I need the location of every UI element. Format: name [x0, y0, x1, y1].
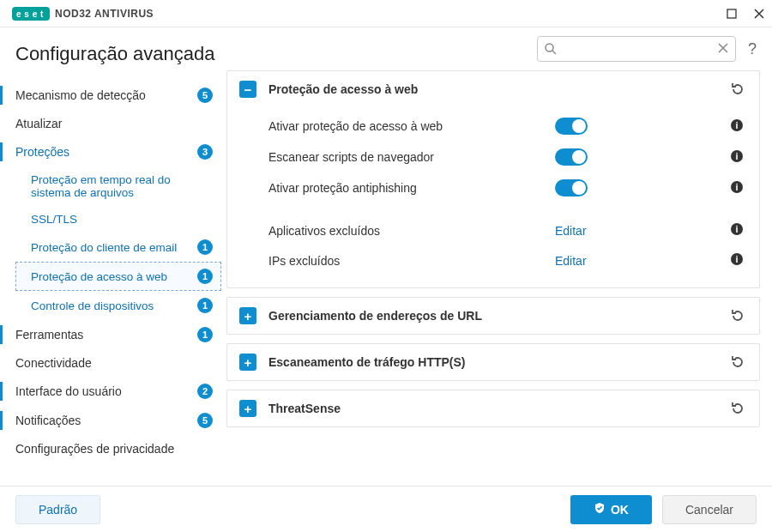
row-label: Ativar proteção antiphishing: [268, 181, 555, 195]
svg-text:e s e t: e s e t: [16, 9, 44, 19]
revert-icon[interactable]: [728, 80, 747, 99]
product-name: NOD32 ANTIVIRUS: [55, 8, 154, 20]
svg-text:i: i: [735, 182, 738, 192]
search-icon: [544, 42, 558, 59]
panel-body: Ativar proteção de acesso à web i Escane…: [227, 107, 759, 287]
main-content: ? − Proteção de acesso à web Ativar prot…: [221, 27, 772, 486]
info-icon[interactable]: i: [730, 222, 744, 239]
sidebar-item-label: Conectividade: [15, 356, 213, 370]
section-url-management[interactable]: + Gerenciamento de endereços de URL: [226, 297, 760, 335]
brand: e s e t NOD32 ANTIVIRUS: [12, 7, 154, 21]
section-title: ThreatSense: [268, 402, 728, 415]
sidebar-item-ssl-tls[interactable]: SSL/TLS: [15, 206, 221, 233]
expand-icon[interactable]: +: [239, 307, 256, 324]
clear-search-icon[interactable]: [717, 42, 729, 57]
toggle-enable-web-access[interactable]: [555, 118, 588, 135]
sidebar-item-tools[interactable]: Ferramentas 1: [0, 320, 221, 349]
sidebar-item-web-access[interactable]: Proteção de acesso à web 1: [15, 262, 221, 291]
expand-icon[interactable]: +: [239, 400, 256, 417]
row-enable-antiphishing: Ativar proteção antiphishing i: [268, 172, 747, 203]
window-buttons: [726, 8, 765, 20]
panel-header: − Proteção de acesso à web: [227, 71, 759, 107]
sidebar-badge: 1: [197, 239, 213, 255]
default-button[interactable]: Padrão: [15, 495, 100, 524]
cancel-button[interactable]: Cancelar: [662, 495, 757, 524]
panel-web-access: − Proteção de acesso à web Ativar proteç…: [226, 70, 760, 288]
button-label: Padrão: [39, 503, 77, 517]
ok-button[interactable]: OK: [570, 495, 652, 524]
revert-icon[interactable]: [728, 399, 747, 418]
sidebar-item-label: Proteções: [15, 145, 192, 159]
sidebar-item-connectivity[interactable]: Conectividade: [0, 349, 221, 377]
sidebar-badge: 1: [197, 298, 213, 313]
sidebar-item-label: SSL/TLS: [31, 213, 213, 226]
sidebar-item-label: Configurações de privacidade: [15, 442, 213, 456]
section-title: Gerenciamento de endereços de URL: [268, 309, 728, 323]
sidebar-badge: 1: [197, 327, 213, 342]
sidebar-item-email-client[interactable]: Proteção do cliente de email 1: [15, 233, 221, 262]
sidebar-protections-children: Proteção em tempo real do sistema de arq…: [0, 166, 221, 320]
help-icon[interactable]: ?: [745, 39, 760, 60]
toggle-enable-antiphishing[interactable]: [555, 179, 588, 196]
sidebar-badge: 5: [197, 413, 213, 428]
search-input[interactable]: [537, 36, 736, 62]
sidebar-item-label: Proteção do cliente de email: [31, 241, 192, 254]
sidebar-item-realtime-fs[interactable]: Proteção em tempo real do sistema de arq…: [15, 166, 221, 206]
row-label: IPs excluídos: [268, 254, 555, 268]
sidebar-badge: 1: [197, 269, 213, 284]
topbar: ?: [226, 36, 760, 62]
sidebar: Configuração avançada Mecanismo de detec…: [0, 27, 221, 486]
sidebar-item-protections[interactable]: Proteções 3: [0, 137, 221, 166]
search-box: [537, 36, 736, 62]
sidebar-item-label: Mecanismo de detecção: [15, 88, 192, 102]
sidebar-item-label: Controle de dispositivos: [31, 299, 192, 312]
row-excluded-ips: IPs excluídos Editar i: [268, 245, 747, 275]
section-threatsense[interactable]: + ThreatSense: [226, 390, 760, 427]
revert-icon[interactable]: [728, 353, 747, 372]
row-scan-browser-scripts: Escanear scripts de navegador i: [268, 142, 747, 172]
sidebar-badge: 3: [197, 144, 213, 160]
panel-title: Proteção de acesso à web: [268, 82, 728, 96]
titlebar: e s e t NOD32 ANTIVIRUS: [0, 0, 772, 27]
sidebar-badge: 2: [197, 384, 213, 399]
info-icon[interactable]: i: [730, 252, 744, 269]
page-title: Configuração avançada: [0, 39, 221, 81]
sidebar-item-privacy[interactable]: Configurações de privacidade: [0, 435, 221, 462]
collapse-icon[interactable]: −: [239, 81, 256, 98]
close-icon[interactable]: [753, 8, 765, 20]
revert-icon[interactable]: [728, 306, 747, 325]
info-icon[interactable]: i: [730, 149, 744, 166]
svg-text:i: i: [735, 151, 738, 161]
sidebar-item-label: Proteção em tempo real do sistema de arq…: [31, 173, 213, 199]
sidebar-item-label: Notificações: [15, 414, 192, 427]
svg-rect-2: [727, 9, 736, 18]
sidebar-item-device-control[interactable]: Controle de dispositivos 1: [15, 291, 221, 320]
row-label: Ativar proteção de acesso à web: [268, 119, 555, 133]
sidebar-item-update[interactable]: Atualizar: [0, 110, 221, 137]
sidebar-item-label: Atualizar: [15, 117, 213, 130]
edit-excluded-apps-link[interactable]: Editar: [555, 224, 587, 238]
info-icon[interactable]: i: [730, 118, 744, 135]
info-icon[interactable]: i: [730, 180, 744, 196]
sidebar-item-label: Proteção de acesso à web: [31, 270, 192, 283]
section-http-scanning[interactable]: + Escaneamento de tráfego HTTP(S): [226, 343, 760, 381]
expand-icon[interactable]: +: [239, 354, 256, 371]
shield-icon: [594, 502, 606, 517]
sidebar-item-label: Ferramentas: [15, 328, 192, 342]
svg-text:i: i: [735, 224, 738, 234]
button-label: OK: [611, 503, 629, 517]
row-excluded-apps: Aplicativos excluídos Editar i: [268, 215, 747, 245]
sidebar-item-notifications[interactable]: Notificações 5: [0, 406, 221, 435]
svg-text:i: i: [735, 254, 738, 264]
row-label: Aplicativos excluídos: [268, 224, 555, 238]
row-label: Escanear scripts de navegador: [268, 150, 555, 164]
toggle-scan-browser-scripts[interactable]: [555, 148, 588, 166]
sidebar-item-detection-engine[interactable]: Mecanismo de detecção 5: [0, 81, 221, 110]
sidebar-badge: 5: [197, 88, 213, 103]
svg-point-3: [546, 44, 553, 51]
svg-text:i: i: [735, 120, 738, 130]
maximize-icon[interactable]: [726, 8, 738, 20]
sidebar-item-label: Interface do usuário: [15, 384, 192, 398]
sidebar-item-ui[interactable]: Interface do usuário 2: [0, 377, 221, 406]
edit-excluded-ips-link[interactable]: Editar: [555, 254, 587, 268]
